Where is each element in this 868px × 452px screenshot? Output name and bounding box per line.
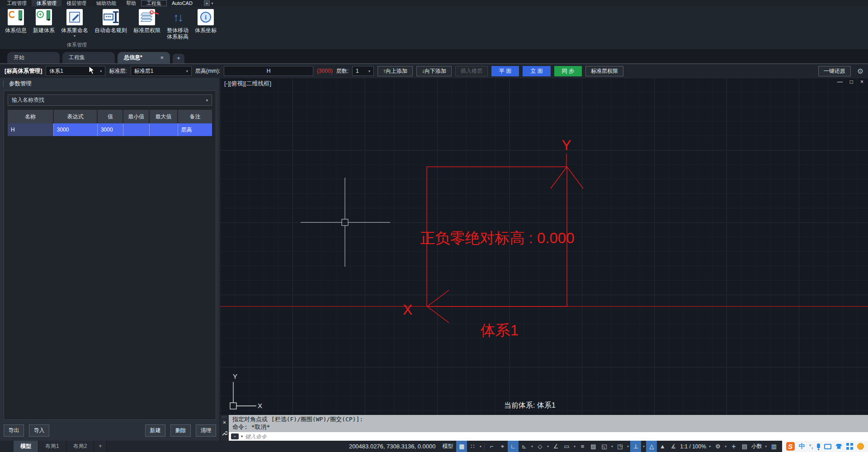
col-remark[interactable]: 备注 [178,110,212,123]
chevron-down-icon[interactable]: ▾ [572,445,577,448]
grid-icon[interactable]: ▦ [456,441,467,452]
ribbon-system-info-button[interactable]: 体系信息 [3,9,29,33]
col-min[interactable]: 最小值 [123,110,149,123]
close-icon[interactable]: × [160,52,164,63]
annotation-scale-icon[interactable]: ∡ [668,441,679,452]
elevation-view-button[interactable]: 立 面 [523,66,550,76]
polar-tracking-icon[interactable]: ⊾ [519,441,529,452]
cell-expression[interactable]: 3000 [53,123,97,136]
plan-view-button[interactable]: 平 面 [491,66,519,76]
chevron-down-icon[interactable]: ▾ [625,445,630,448]
one-key-restore-button[interactable]: 一键还原 [818,66,851,76]
object-snap-icon[interactable]: ▭ [561,441,572,452]
menu-floor-mgmt[interactable]: 楼层管理 [61,0,91,6]
table-row[interactable]: H 3000 3000 层高 [8,123,212,136]
export-button[interactable]: 导出 [4,424,24,437]
toolbox-icon[interactable] [846,443,849,446]
gear-icon[interactable]: ⚙ [857,67,863,75]
chevron-down-icon[interactable]: ▾ [723,445,728,448]
chinese-mode-icon[interactable]: 中 [799,443,805,451]
annotation-visibility-icon[interactable]: △ [646,441,657,452]
add-down-button[interactable]: ↓向下添加 [416,66,452,76]
chevron-down-icon[interactable]: ▾ [529,445,534,448]
insert-floor-button[interactable]: 插入楼层 [455,66,488,76]
skin-icon[interactable] [835,444,842,449]
add-layout-button[interactable]: + [94,441,107,452]
isodraft-icon[interactable]: ◇ [534,441,545,452]
chevron-down-icon[interactable]: ▾ [74,34,75,38]
ribbon-system-coords-button[interactable]: i 体系坐标 [193,9,219,33]
chevron-down-icon[interactable]: ▾ [708,445,712,448]
tab-model[interactable]: 模型 [14,441,38,452]
col-max[interactable]: 最大值 [149,110,178,123]
menu-project-set[interactable]: 工程集 [141,0,167,6]
chevron-down-icon[interactable]: ▾ [545,445,550,448]
autoscale-icon[interactable]: ▲ [657,441,668,452]
sogou-icon[interactable]: S [786,442,795,451]
workspace-gear-icon[interactable]: ⚙ [712,441,723,452]
command-input[interactable] [245,433,868,440]
lineweight-icon[interactable]: ≡ [577,441,588,452]
osnap-tracking-icon[interactable]: ∠ [550,441,561,452]
punctuation-icon[interactable]: °, [809,443,813,450]
drag-handle-icon[interactable] [222,416,227,418]
ortho-mode-icon[interactable]: ∟ [508,441,519,452]
close-icon[interactable]: × [223,420,226,425]
tab-layout2[interactable]: 布局2 [66,441,94,452]
add-up-button[interactable]: ↑向上添加 [377,66,413,76]
std-layer-select[interactable]: 标准层1▾ [131,66,192,76]
floors-select[interactable]: 1▾ [352,66,374,76]
snap-mode-icon[interactable]: ∷ [467,441,478,452]
ribbon-toggle[interactable]: ▴ ▾ [204,0,213,6]
ribbon-move-elevation-button[interactable]: ↑↓ 整体移动体系标高 [165,9,191,40]
chevron-down-icon[interactable]: ▾ [478,445,483,448]
wrench-icon[interactable] [222,430,227,436]
transparency-icon[interactable]: ▨ [588,441,599,452]
crosshair-size-icon[interactable]: + [728,441,739,452]
dynamic-ucs-icon[interactable]: ⊥ [630,441,641,452]
sync-button[interactable]: 同 步 [554,66,582,76]
annotation-scale-value[interactable]: 1:1 / 100% [679,443,707,450]
search-input[interactable]: 输入名称查找 ▾ [8,94,212,106]
doc-tab-project-set[interactable]: 工程集 [62,52,115,63]
menu-aux-functions[interactable]: 辅助功能 [91,0,121,6]
menu-autocad[interactable]: AutoCAD [167,0,198,6]
emoji-icon[interactable] [857,443,864,450]
dynamic-input-icon[interactable]: ⌖ [497,441,508,452]
selection-cycling-icon[interactable]: ◱ [599,441,609,452]
cell-min[interactable] [123,123,149,136]
layer-permission-button[interactable]: 标准层权限 [585,66,623,76]
chevron-down-icon[interactable]: ▾ [241,434,243,438]
command-history[interactable]: 指定对角点或 [栏选(F)/圈围(WP)/圈交(CP)]: 命令: *取消* [229,415,868,432]
mic-icon[interactable] [817,443,820,448]
cell-name[interactable]: H [8,123,53,136]
ribbon-new-system-button[interactable]: + 新建体系 [31,9,57,33]
menu-help[interactable]: 帮助 [121,0,141,6]
col-expression[interactable]: 表达式 [53,110,97,123]
keyboard-icon[interactable] [824,444,831,449]
doc-tab-summary[interactable]: 总信息* × [118,52,170,63]
chevron-down-icon[interactable]: ▾ [764,445,769,448]
units-precision-select[interactable]: 小数 [750,443,764,450]
new-button[interactable]: 新建 [145,424,165,437]
tab-layout1[interactable]: 布局1 [38,441,66,452]
import-button[interactable]: 导入 [29,424,49,437]
menu-system-mgmt[interactable]: 体系管理 [32,0,61,6]
model-space-button[interactable]: 模型 [441,443,454,450]
ribbon-layer-permission-button[interactable]: 标准层权限 [131,9,163,33]
height-input[interactable] [224,66,313,76]
col-name[interactable]: 名称 [8,110,53,123]
isolate-objects-icon[interactable]: ▤ [739,441,750,452]
cell-value[interactable]: 3000 [97,123,123,136]
drawing-canvas[interactable]: [-][俯视][二维线框] — □ × Y X 正负零绝对标高 : 0.000 [220,78,868,415]
new-tab-button[interactable]: + [173,54,184,63]
infer-constraints-icon[interactable]: ⌐ [486,441,497,452]
menu-project-mgmt[interactable]: 工程管理 [2,0,32,6]
delete-button[interactable]: 删除 [170,424,191,437]
chevron-down-icon[interactable]: ▾ [641,445,646,448]
clean-button[interactable]: 清理 [196,424,216,437]
chevron-down-icon[interactable]: ▾ [609,445,614,448]
col-value[interactable]: 值 [97,110,123,123]
doc-tab-start[interactable]: 开始 [7,52,60,63]
system-select[interactable]: 体系1▾ [46,66,105,76]
